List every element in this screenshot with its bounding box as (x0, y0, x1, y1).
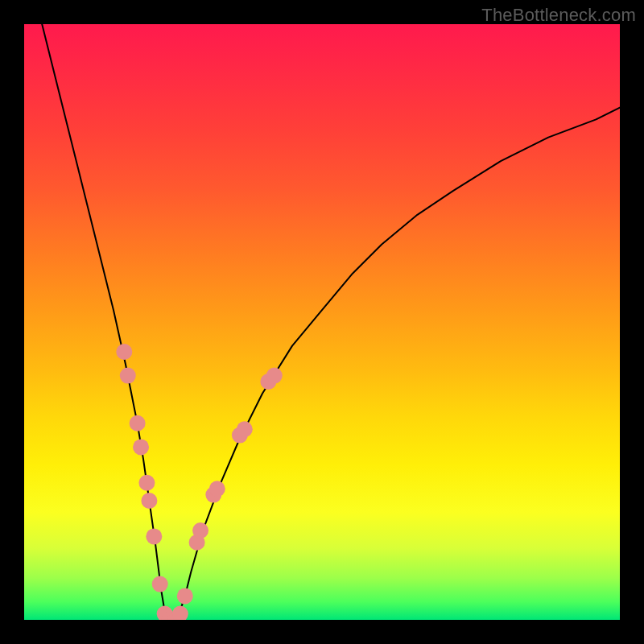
data-dot (133, 439, 149, 455)
data-dot (237, 421, 253, 437)
data-dot (141, 493, 157, 509)
chart-frame: TheBottleneck.com (0, 0, 644, 644)
data-dot (120, 368, 136, 384)
data-dot (138, 475, 155, 491)
watermark-text: TheBottleneck.com (481, 5, 636, 26)
data-dot (130, 415, 146, 431)
data-dot (192, 522, 208, 539)
data-dot (209, 481, 225, 497)
data-dot (146, 528, 162, 544)
data-dot (172, 606, 188, 620)
curve-line (42, 24, 620, 620)
plot-area (24, 24, 620, 620)
data-dot (152, 576, 168, 592)
data-dot (177, 588, 193, 604)
chart-svg (24, 24, 620, 620)
data-dot (116, 344, 132, 360)
data-dot (266, 368, 283, 384)
